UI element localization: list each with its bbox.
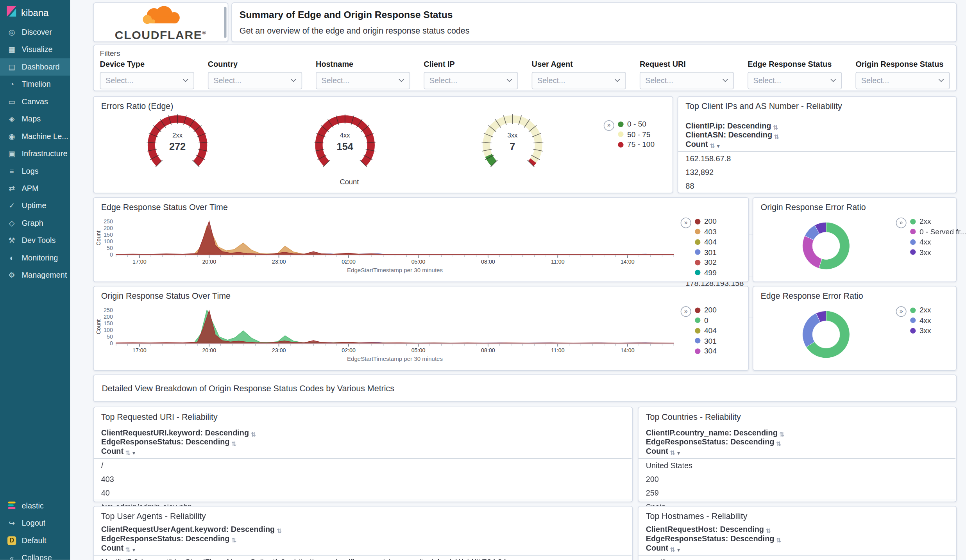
svg-text:7: 7 <box>510 141 515 152</box>
sidebar-item-monitoring[interactable]: ◐Monitoring <box>0 249 70 266</box>
column-header-clientip-country-name[interactable]: ClientIP.country_name: Descending⇅ <box>646 428 948 438</box>
legend-item-403[interactable]: 403 <box>695 228 717 235</box>
panel-dashboard-description: Summary of Edge and Origin Response Stat… <box>231 2 957 42</box>
legend-item-3xx[interactable]: 3xx <box>910 327 931 335</box>
legend-item-304[interactable]: 304 <box>695 347 717 355</box>
column-header-edgeresponsestatus[interactable]: EdgeResponseStatus: Descending⇅ <box>646 438 948 447</box>
svg-text:EdgeStartTimestamp per 30 minu: EdgeStartTimestamp per 30 minutes <box>347 355 443 362</box>
table-row: United States200259 <box>639 459 955 500</box>
legend-item-3xx[interactable]: 3xx <box>910 248 966 256</box>
legend-item-404[interactable]: 404 <box>695 327 717 335</box>
legend-expand-icon[interactable]: » <box>681 218 691 228</box>
legend-item-75-100[interactable]: 75 - 100 <box>618 141 655 148</box>
column-header-count[interactable]: Count⇅▾ <box>646 447 948 457</box>
sidebar-item-dashboard[interactable]: ▤Dashboard <box>0 58 70 75</box>
dashboard-subtitle: Get an overview of the edge and origin r… <box>240 26 949 36</box>
kibana-logo[interactable]: kibana <box>0 0 70 23</box>
svg-text:50: 50 <box>107 334 113 340</box>
filter-select-country[interactable]: Select... <box>208 72 302 89</box>
sidebar-item-label: Logs <box>22 167 39 175</box>
legend-label: 403 <box>704 227 717 236</box>
legend-item-302[interactable]: 302 <box>695 259 717 266</box>
sidebar-item-machine-le[interactable]: ◉Machine Le... <box>0 128 70 145</box>
sidebar-item-visualize[interactable]: ▦Visualize <box>0 41 70 58</box>
filter-select-origin-response-status[interactable]: Select... <box>855 72 950 89</box>
legend-item-200[interactable]: 200 <box>695 306 717 314</box>
maps-icon: ◈ <box>7 115 16 123</box>
table-row: Mozilla/5.0 (compatible; CloudFlare-Alwa… <box>94 556 632 560</box>
sidebar-item-label: Dashboard <box>22 62 60 71</box>
table-row: 162.158.67.8132,89288 <box>678 152 955 193</box>
column-header-count[interactable]: Count⇅▾ <box>646 544 948 553</box>
legend-item-301[interactable]: 301 <box>695 337 717 345</box>
legend-item-2xx[interactable]: 2xx <box>910 306 931 314</box>
sidebar-item-label: Visualize <box>22 45 53 54</box>
sidebar-item-discover[interactable]: ◎Discover <box>0 23 70 41</box>
filter-select-edge-response-status[interactable]: Select... <box>748 72 842 89</box>
sidebar-item-maps[interactable]: ◈Maps <box>0 111 70 128</box>
column-header-count[interactable]: Count⇅▾ <box>685 140 948 150</box>
panel-top-hostnames: Top Hostnames - Reliability ClientReques… <box>638 506 957 560</box>
legend-item-0[interactable]: 0 <box>695 317 717 325</box>
sort-icon: ⇅ <box>251 431 256 437</box>
column-header-clientrequesturi-keyword[interactable]: ClientRequestURI.keyword: Descending⇅ <box>101 428 624 438</box>
svg-text:250: 250 <box>104 218 113 225</box>
legend-item-50-75[interactable]: 50 - 75 <box>618 130 655 138</box>
column-header-clientasn[interactable]: ClientASN: Descending⇅ <box>685 131 948 140</box>
sidebar-item-collapse[interactable]: «Collapse <box>0 549 70 560</box>
sidebar-item-label: Discover <box>22 28 52 36</box>
table-cell: 259 <box>646 486 948 500</box>
legend-item-0-served-fr[interactable]: 0 - Served fr... <box>910 228 966 235</box>
legend-dot <box>695 317 700 323</box>
legend-item-0-50[interactable]: 0 - 50 <box>618 120 655 128</box>
sidebar-item-canvas[interactable]: ▭Canvas <box>0 93 70 110</box>
column-header-edgeresponsestatus[interactable]: EdgeResponseStatus: Descending⇅ <box>646 535 948 544</box>
column-header-edgeresponsestatus[interactable]: EdgeResponseStatus: Descending⇅ <box>101 438 624 447</box>
filters-row: Device TypeSelect...CountrySelect...Host… <box>100 60 950 89</box>
column-header-clientip-ip[interactable]: ClientIP.ip: Descending⇅ <box>685 121 948 131</box>
legend-item-4xx[interactable]: 4xx <box>910 317 931 325</box>
gauge-axis-label: Count <box>324 178 374 185</box>
filter-client-ip: Client IPSelect... <box>424 60 518 89</box>
legend-item-200[interactable]: 200 <box>695 218 717 225</box>
legend-expand-icon[interactable]: » <box>896 218 907 228</box>
panel-filters: Filters Device TypeSelect...CountrySelec… <box>93 45 957 91</box>
legend-expand-icon[interactable]: » <box>604 120 614 131</box>
legend-item-4xx[interactable]: 4xx <box>910 238 966 246</box>
column-header-clientrequestuseragent-keyword[interactable]: ClientRequestUserAgent.keyword: Descendi… <box>101 525 624 535</box>
sidebar-item-graph[interactable]: ◇Graph <box>0 214 70 232</box>
legend-item-404[interactable]: 404 <box>695 238 717 246</box>
filter-select-user-agent[interactable]: Select... <box>532 72 626 89</box>
sidebar-item-management[interactable]: ⚙Management <box>0 267 70 284</box>
column-header-clientrequesthost[interactable]: ClientRequestHost: Descending⇅ <box>646 525 948 535</box>
sidebar-item-logs[interactable]: ≡Logs <box>0 162 70 180</box>
panel-cloudflare-logo: CLOUDFLARE® <box>93 2 228 42</box>
sidebar-item-logout[interactable]: ↪Logout <box>0 515 70 532</box>
filter-select-device-type[interactable]: Select... <box>100 72 194 89</box>
sidebar-item-default[interactable]: DDefault <box>0 532 70 549</box>
chevron-down-icon <box>183 77 188 82</box>
sort-icon: ⇅ <box>125 546 131 553</box>
filter-select-request-uri[interactable]: Select... <box>640 72 734 89</box>
column-header-count[interactable]: Count⇅▾ <box>101 447 624 457</box>
sort-icon: ⇅ <box>231 537 236 544</box>
legend-item-499[interactable]: 499 <box>695 269 717 276</box>
kibana-app: kibana ◎Discover▦Visualize▤Dashboard◔Tim… <box>0 0 966 560</box>
user-agents-table: ClientRequestUserAgent.keyword: Descendi… <box>94 525 632 560</box>
legend-expand-icon[interactable]: » <box>896 306 907 317</box>
sidebar-item-elastic[interactable]: elastic <box>0 497 70 514</box>
sidebar-item-uptime[interactable]: ✓Uptime <box>0 197 70 214</box>
legend-item-301[interactable]: 301 <box>695 248 717 256</box>
panel-scrollbar-thumb[interactable] <box>224 7 226 37</box>
legend-item-2xx[interactable]: 2xx <box>910 218 966 225</box>
filter-select-hostname[interactable]: Select... <box>316 72 410 89</box>
sidebar-item-infrastructure[interactable]: ▣Infrastructure <box>0 145 70 162</box>
column-header-edgeresponsestatus[interactable]: EdgeResponseStatus: Descending⇅ <box>101 535 624 544</box>
filter-select-client-ip[interactable]: Select... <box>424 72 518 89</box>
table-header-row: ClientRequestHost: Descending⇅EdgeRespon… <box>639 525 955 556</box>
sidebar-item-timelion[interactable]: ◔Timelion <box>0 76 70 93</box>
sidebar-item-apm[interactable]: ⇄APM <box>0 180 70 197</box>
column-header-count[interactable]: Count⇅▾ <box>101 544 624 553</box>
legend-expand-icon[interactable]: » <box>681 306 691 317</box>
sidebar-item-dev-tools[interactable]: ⚒Dev Tools <box>0 232 70 249</box>
